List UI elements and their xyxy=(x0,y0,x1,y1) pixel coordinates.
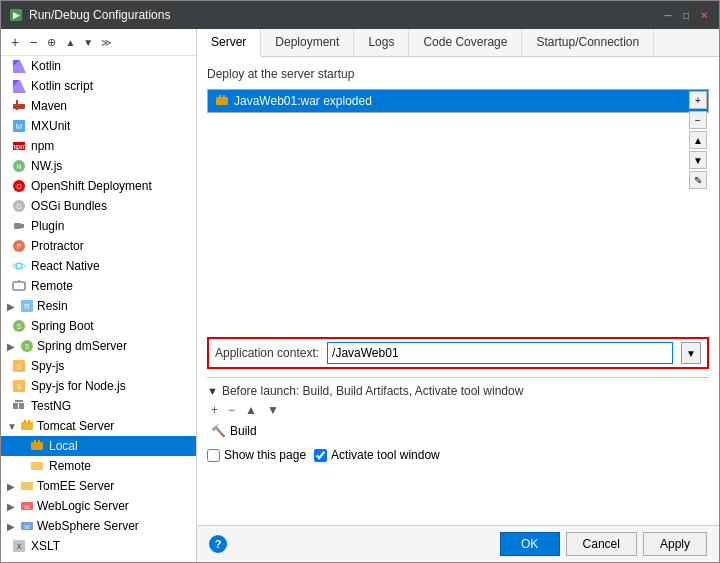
sidebar-item-label: Local xyxy=(49,439,78,453)
svg-text:npm: npm xyxy=(12,143,26,151)
sidebar-item-label: Plugin xyxy=(31,219,64,233)
moveup-button[interactable]: ▲ xyxy=(62,36,78,49)
sidebar-item-local[interactable]: Local xyxy=(1,436,196,456)
sidebar-item-label: React Native xyxy=(31,259,100,273)
svg-rect-25 xyxy=(13,282,25,290)
deploy-remove-button[interactable]: − xyxy=(689,111,707,129)
svg-text:S: S xyxy=(17,383,22,390)
app-context-dropdown[interactable]: ▼ xyxy=(681,342,701,364)
svg-rect-45 xyxy=(38,440,40,443)
sidebar-item-spring-boot[interactable]: S Spring Boot xyxy=(1,316,196,336)
sidebar-item-label: WebLogic Server xyxy=(37,499,129,513)
sidebar-item-osgi[interactable]: O OSGi Bundles xyxy=(1,196,196,216)
close-button[interactable]: ✕ xyxy=(697,8,711,22)
svg-point-24 xyxy=(13,264,25,269)
minimize-button[interactable]: ─ xyxy=(661,8,675,22)
sidebar-item-openshift[interactable]: O OpenShift Deployment xyxy=(1,176,196,196)
sidebar-item-plugin[interactable]: Plugin xyxy=(1,216,196,236)
svg-text:X: X xyxy=(17,543,22,550)
sidebar-item-tomcat-server[interactable]: ▼ Tomcat Server xyxy=(1,416,196,436)
svg-rect-54 xyxy=(216,97,228,105)
sidebar-item-spyjs[interactable]: S Spy-js xyxy=(1,356,196,376)
sidebar-item-label: npm xyxy=(31,139,54,153)
sidebar-item-weblogic[interactable]: ▶ W WebLogic Server xyxy=(1,496,196,516)
svg-text:S: S xyxy=(25,343,30,350)
show-page-checkbox-item[interactable]: Show this page xyxy=(207,448,306,462)
svg-rect-19 xyxy=(20,224,24,226)
osgi-icon: O xyxy=(11,198,27,214)
before-launch-item[interactable]: 🔨 Build xyxy=(207,422,709,440)
remove-config-button[interactable]: − xyxy=(25,33,41,51)
deploy-list[interactable]: JavaWeb01:war exploded xyxy=(207,89,709,113)
svg-rect-39 xyxy=(15,400,23,402)
show-page-checkbox[interactable] xyxy=(207,449,220,462)
sidebar-item-nwjs[interactable]: N NW.js xyxy=(1,156,196,176)
expand-icon: ▶ xyxy=(7,341,17,352)
activate-tool-label: Activate tool window xyxy=(331,448,440,462)
sidebar-item-react-native[interactable]: React Native xyxy=(1,256,196,276)
before-launch-header: ▼ Before launch: Build, Build Artifacts,… xyxy=(207,384,709,398)
title-bar-left: ▶ Run/Debug Configurations xyxy=(9,8,170,22)
sidebar-item-xslt[interactable]: X XSLT xyxy=(1,536,196,556)
nwjs-icon: N xyxy=(11,158,27,174)
tab-startup-connection[interactable]: Startup/Connection xyxy=(522,29,654,56)
sidebar-item-label: OpenShift Deployment xyxy=(31,179,152,193)
sidebar-list[interactable]: Kotlin Kotlin script Maven xyxy=(1,56,196,562)
sidebar-item-resin[interactable]: ▶ R Resin xyxy=(1,296,196,316)
before-launch-toggle[interactable]: ▼ xyxy=(207,385,218,397)
tomcat-remote-icon xyxy=(29,458,45,474)
deploy-up-button[interactable]: ▲ xyxy=(689,131,707,149)
deploy-controls: + − ▲ ▼ ✎ xyxy=(689,91,707,189)
sidebar-item-maven[interactable]: Maven xyxy=(1,96,196,116)
deploy-edit-button[interactable]: ✎ xyxy=(689,171,707,189)
tab-logs[interactable]: Logs xyxy=(354,29,409,56)
ok-button[interactable]: OK xyxy=(500,532,560,556)
svg-text:W: W xyxy=(24,524,30,530)
deploy-add-button[interactable]: + xyxy=(689,91,707,109)
copy-config-button[interactable]: ⊕ xyxy=(43,35,60,50)
movedown-button[interactable]: ▼ xyxy=(80,36,96,49)
tab-deployment[interactable]: Deployment xyxy=(261,29,354,56)
help-button[interactable]: ? xyxy=(209,535,227,553)
svg-rect-55 xyxy=(219,95,221,98)
activate-tool-checkbox[interactable] xyxy=(314,449,327,462)
deploy-item[interactable]: JavaWeb01:war exploded xyxy=(208,90,708,112)
sidebar-item-spyjs-node[interactable]: S Spy-js for Node.js xyxy=(1,376,196,396)
sidebar-item-spring-dmserver[interactable]: ▶ S Spring dmServer xyxy=(1,336,196,356)
svg-text:N: N xyxy=(16,163,21,170)
sidebar-item-mxunit[interactable]: M MXUnit xyxy=(1,116,196,136)
sidebar-item-tomcat-remote[interactable]: Remote xyxy=(1,456,196,476)
add-config-button[interactable]: + xyxy=(7,33,23,51)
before-launch-toolbar: + − ▲ ▼ xyxy=(207,402,709,418)
activate-tool-checkbox-item[interactable]: Activate tool window xyxy=(314,448,440,462)
app-context-input[interactable] xyxy=(327,342,673,364)
before-launch-up-button[interactable]: ▲ xyxy=(241,402,261,418)
sidebar-item-websphere[interactable]: ▶ W WebSphere Server xyxy=(1,516,196,536)
deploy-down-button[interactable]: ▼ xyxy=(689,151,707,169)
tomcat-icon xyxy=(19,418,35,434)
show-page-label: Show this page xyxy=(224,448,306,462)
before-launch-remove-button[interactable]: − xyxy=(224,402,239,418)
apply-button[interactable]: Apply xyxy=(643,532,707,556)
sidebar-item-protractor[interactable]: P Protractor xyxy=(1,236,196,256)
sidebar-item-npm[interactable]: npm npm xyxy=(1,136,196,156)
svg-rect-56 xyxy=(223,95,225,98)
tab-code-coverage[interactable]: Code Coverage xyxy=(409,29,522,56)
sidebar-item-kotlin-script[interactable]: Kotlin script xyxy=(1,76,196,96)
maximize-button[interactable]: □ xyxy=(679,8,693,22)
before-launch-add-button[interactable]: + xyxy=(207,402,222,418)
local-icon xyxy=(29,438,45,454)
more-options-button[interactable]: ≫ xyxy=(98,36,114,49)
sidebar-item-label: Spring dmServer xyxy=(37,339,127,353)
sidebar-item-testng[interactable]: TestNG xyxy=(1,396,196,416)
before-launch-down-button[interactable]: ▼ xyxy=(263,402,283,418)
sidebar-item-remote[interactable]: Remote xyxy=(1,276,196,296)
svg-rect-40 xyxy=(21,422,33,430)
tab-server[interactable]: Server xyxy=(197,29,261,57)
sidebar-item-kotlin[interactable]: Kotlin xyxy=(1,56,196,76)
openshift-icon: O xyxy=(11,178,27,194)
sidebar-item-tomee-server[interactable]: ▶ TomEE Server xyxy=(1,476,196,496)
svg-text:M: M xyxy=(16,122,23,131)
spring-boot-icon: S xyxy=(11,318,27,334)
cancel-button[interactable]: Cancel xyxy=(566,532,637,556)
